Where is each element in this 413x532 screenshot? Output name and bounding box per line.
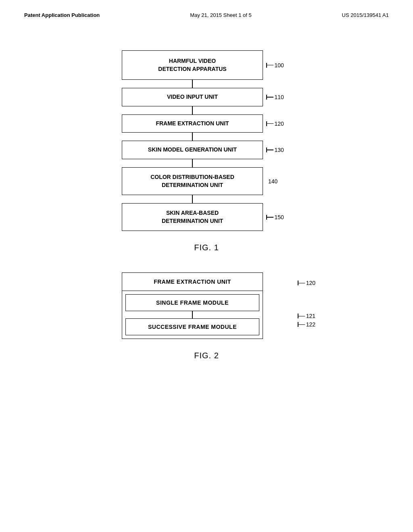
ref-fig2-122: 122 [298,321,315,328]
block-color-distribution: COLOR DISTRIBUTION-BASEDDETERMINATION UN… [122,167,263,195]
fig2-single-frame-block: SINGLE FRAME MODULE [125,294,259,311]
ref-fig2-120-label: 120 [306,280,315,286]
fig1-block-110-row: VIDEO INPUT UNIT 110 [122,88,291,106]
fig1-block-120-row: FRAME EXTRACTION UNIT 120 [122,114,291,133]
block-skin-model: SKIN MODEL GENERATION UNIT [122,141,263,159]
fig2-single-frame-text: SINGLE FRAME MODULE [156,299,229,306]
block-100-text: HARMFUL VIDEODETECTION APPARATUS [158,58,226,72]
ref-130: 130 [266,147,284,153]
fig1-block-100-row: HARMFUL VIDEODETECTION APPARATUS 100 [122,50,291,80]
fig2-header-block: FRAME EXTRACTION UNIT [122,273,263,291]
block-140-text: COLOR DISTRIBUTION-BASEDDETERMINATION UN… [150,174,234,188]
block-skin-area: SKIN AREA-BASEDDETERMINATION UNIT [122,203,263,231]
ref-120: 120 [266,121,284,127]
ref-140-label: 140 [268,178,277,185]
ref-130-label: 130 [275,147,284,153]
fig1-diagram: HARMFUL VIDEODETECTION APPARATUS 100 VID… [122,50,291,231]
ref-110-label: 110 [275,94,284,100]
connector-140-150 [122,195,263,203]
fig1-block-150-row: SKIN AREA-BASEDDETERMINATION UNIT 150 [122,203,291,231]
ref-150: 150 [266,214,284,220]
fig2-outer-box: FRAME EXTRACTION UNIT SINGLE FRAME MODUL… [122,272,263,339]
block-130-text: SKIN MODEL GENERATION UNIT [148,146,237,153]
ref-fig2-122-label: 122 [306,321,315,328]
fig2-diagram: FRAME EXTRACTION UNIT SINGLE FRAME MODUL… [122,272,291,339]
connector-110-120 [122,106,263,114]
ref-150-label: 150 [275,214,284,220]
ref-fig2-120: 120 [298,280,315,286]
fig2-outer-wrapper: FRAME EXTRACTION UNIT SINGLE FRAME MODUL… [122,272,291,339]
block-120-text: FRAME EXTRACTION UNIT [156,120,229,127]
ref-fig2-121: 121 [298,313,315,319]
header-patent-number: US 2015/139541 A1 [342,12,389,18]
block-150-text: SKIN AREA-BASEDDETERMINATION UNIT [162,210,223,224]
fig1-diagram-area: HARMFUL VIDEODETECTION APPARATUS 100 VID… [24,50,389,380]
fig2-connector-121-122 [125,311,259,318]
ref-120-label: 120 [275,121,284,127]
block-harmful-video: HARMFUL VIDEODETECTION APPARATUS [122,50,263,80]
connector-130-140 [122,159,263,167]
fig1-block-130-row: SKIN MODEL GENERATION UNIT 130 [122,141,291,159]
connector-100-110 [122,80,263,88]
ref-fig2-121-label: 121 [306,313,315,319]
block-video-input: VIDEO INPUT UNIT [122,88,263,106]
ref-100: 100 [266,62,284,69]
header-date-sheet: May 21, 2015 Sheet 1 of 5 [190,12,252,18]
header-publication-label: Patent Application Publication [24,12,100,18]
fig2-label: FIG. 2 [194,351,219,360]
fig1-block-140-row: COLOR DISTRIBUTION-BASEDDETERMINATION UN… [122,167,291,195]
ref-110: 110 [266,94,284,100]
block-frame-extraction: FRAME EXTRACTION UNIT [122,114,263,133]
ref-140: 140 [266,178,277,185]
fig2-successive-frame-text: SUCCESSIVE FRAME MODULE [148,324,237,330]
block-110-text: VIDEO INPUT UNIT [167,94,218,100]
connector-120-130 [122,133,263,141]
fig2-successive-frame-block: SUCCESSIVE FRAME MODULE [125,318,259,335]
page-header: Patent Application Publication May 21, 2… [24,12,389,26]
fig1-label: FIG. 1 [194,243,219,252]
fig2-frame-extraction-label: FRAME EXTRACTION UNIT [154,278,231,285]
ref-100-label: 100 [275,62,284,69]
